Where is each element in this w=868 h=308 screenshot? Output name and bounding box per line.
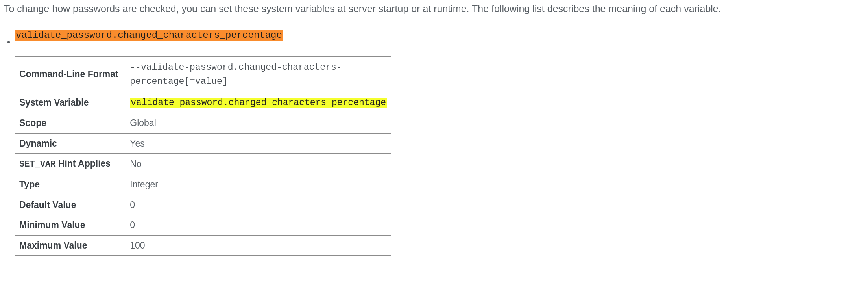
prop-value: --validate-password.changed-characters-p… <box>126 56 391 92</box>
table-row: Maximum Value 100 <box>15 235 391 256</box>
variable-name-link[interactable]: validate_password.changed_characters_per… <box>15 30 283 41</box>
prop-label: Default Value <box>15 195 126 215</box>
prop-label: Dynamic <box>15 133 126 154</box>
command-line-format-code: --validate-password.changed-characters-p… <box>130 62 342 87</box>
prop-label: Type <box>15 174 126 195</box>
table-row: Minimum Value 0 <box>15 215 391 236</box>
prop-label: Minimum Value <box>15 215 126 236</box>
prop-label: Scope <box>15 113 126 134</box>
table-row: Command-Line Format --validate-password.… <box>15 56 391 92</box>
table-row: SET_VAR Hint Applies No <box>15 154 391 174</box>
prop-value: 0 <box>126 215 391 236</box>
prop-value: Global <box>126 113 391 134</box>
variable-list: validate_password.changed_characters_per… <box>15 30 864 256</box>
table-row: Default Value 0 <box>15 195 391 215</box>
variable-list-item: validate_password.changed_characters_per… <box>15 30 864 256</box>
prop-label: SET_VAR Hint Applies <box>15 154 126 174</box>
set-var-suffix: Hint Applies <box>55 158 111 169</box>
doc-page: To change how passwords are checked, you… <box>0 0 868 260</box>
set-var-link[interactable]: SET_VAR <box>19 160 55 170</box>
table-row: Dynamic Yes <box>15 133 391 154</box>
table-row: System Variable validate_password.change… <box>15 92 391 113</box>
system-variable-link[interactable]: validate_password.changed_characters_per… <box>130 98 387 108</box>
intro-paragraph: To change how passwords are checked, you… <box>4 2 864 17</box>
prop-value: 100 <box>126 235 391 256</box>
prop-value: 0 <box>126 195 391 215</box>
prop-value: No <box>126 154 391 174</box>
prop-value: validate_password.changed_characters_per… <box>126 92 391 113</box>
table-row: Scope Global <box>15 113 391 134</box>
prop-label: Command-Line Format <box>15 56 126 92</box>
variable-properties-table: Command-Line Format --validate-password.… <box>15 56 391 256</box>
table-row: Type Integer <box>15 174 391 195</box>
prop-label: Maximum Value <box>15 235 126 256</box>
prop-label: System Variable <box>15 92 126 113</box>
prop-value: Integer <box>126 174 391 195</box>
prop-value: Yes <box>126 133 391 154</box>
